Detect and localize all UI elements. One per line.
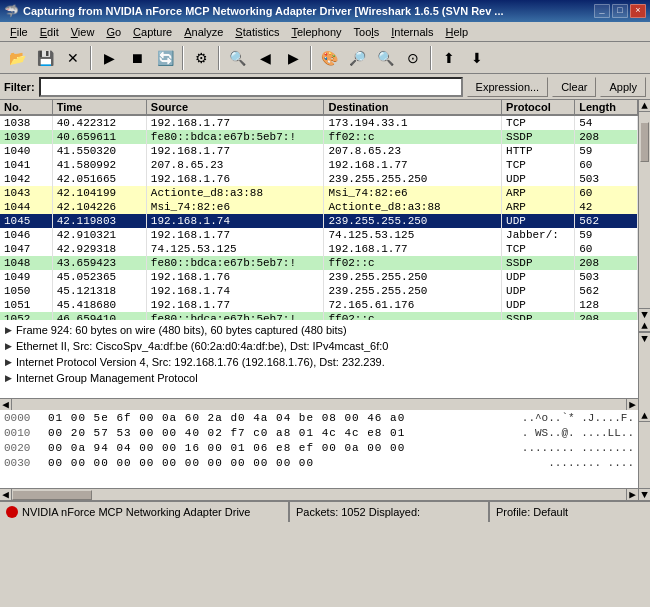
toolbar-sep4 (310, 46, 312, 70)
menu-capture[interactable]: Capture (127, 22, 178, 42)
filter-input[interactable] (39, 77, 463, 97)
vscroll-track[interactable] (639, 112, 650, 308)
hex-vscroll-track[interactable] (639, 422, 650, 488)
table-row[interactable]: 105246.659410fe80::bdca:e67b:5eb7:!ff02:… (0, 312, 638, 320)
col-header-proto[interactable]: Protocol (502, 100, 575, 115)
toolbar-start-capture[interactable]: ▶ (96, 45, 122, 71)
menu-analyze[interactable]: Analyze (178, 22, 229, 42)
toolbar-zoom-out[interactable]: 🔍 (372, 45, 398, 71)
expression-button[interactable]: Expression... (467, 77, 549, 97)
col-header-len[interactable]: Length (575, 100, 638, 115)
menu-help[interactable]: Help (439, 22, 474, 42)
toolbar-open[interactable]: 📂 (4, 45, 30, 71)
hex-hscroll[interactable]: ◀ ▶ (0, 488, 638, 500)
col-header-no[interactable]: No. (0, 100, 52, 115)
vscroll-down[interactable]: ▼ (639, 308, 650, 320)
hex-scroll-right[interactable]: ▶ (626, 489, 638, 501)
menu-edit[interactable]: Edit (34, 22, 65, 42)
toolbar-zoom-normal[interactable]: ⊙ (400, 45, 426, 71)
col-header-dst[interactable]: Destination (324, 100, 502, 115)
table-row[interactable]: 104945.052365192.168.1.76239.255.255.250… (0, 270, 638, 284)
table-row[interactable]: 103940.659611fe80::bdca:e67b:5eb7:!ff02:… (0, 130, 638, 144)
packet-table-header: No. Time Source Destination Protocol Len… (0, 100, 638, 115)
table-row[interactable]: 105045.121318192.168.1.74239.255.255.250… (0, 284, 638, 298)
toolbar-close[interactable]: ✕ (60, 45, 86, 71)
table-row[interactable]: 104843.659423fe80::bdca:e67b:5eb7:!ff02:… (0, 256, 638, 270)
expand-icon-2[interactable]: ▶ (2, 341, 14, 351)
toolbar: 📂 💾 ✕ ▶ ⏹ 🔄 ⚙ 🔍 ◀ ▶ 🎨 🔎 🔍 ⊙ ⬆ ⬇ (0, 42, 650, 74)
hex-scroll-left[interactable]: ◀ (0, 489, 12, 501)
expand-icon-3[interactable]: ▶ (2, 357, 14, 367)
menu-telephony[interactable]: Telephony (285, 22, 347, 42)
maximize-button[interactable]: □ (612, 4, 628, 18)
toolbar-prev[interactable]: ◀ (252, 45, 278, 71)
table-row[interactable]: 104442.104226Msi_74:82:e6Actionte_d8:a3:… (0, 200, 638, 214)
menu-tools[interactable]: Tools (348, 22, 386, 42)
detail-vscroll-down[interactable]: ▼ (639, 332, 650, 344)
table-row[interactable]: 104141.580992207.8.65.23192.168.1.77TCP6… (0, 158, 638, 172)
toolbar-save[interactable]: 💾 (32, 45, 58, 71)
menu-view[interactable]: View (65, 22, 101, 42)
menu-statistics[interactable]: Statistics (229, 22, 285, 42)
detail-line-1: ▶ Frame 924: 60 bytes on wire (480 bits)… (2, 322, 636, 338)
vscroll-up[interactable]: ▲ (639, 100, 650, 112)
table-row[interactable]: 104242.051665192.168.1.76239.255.255.250… (0, 172, 638, 186)
detail-text-2: Ethernet II, Src: CiscoSpv_4a:df:be (60:… (16, 340, 388, 352)
toolbar-up[interactable]: ⬆ (436, 45, 462, 71)
hex-ascii-2: . WS..@. ....LL.. (522, 427, 634, 442)
table-row[interactable]: 105145.418680192.168.1.7772.165.61.176UD… (0, 298, 638, 312)
hex-vscroll[interactable]: ▲ ▼ (638, 410, 650, 500)
detail-scroll-track[interactable] (12, 399, 626, 411)
packet-rows: 103840.422312192.168.1.77173.194.33.1TCP… (0, 115, 638, 320)
toolbar-sep3 (218, 46, 220, 70)
col-header-src[interactable]: Source (146, 100, 324, 115)
packet-table: No. Time Source Destination Protocol Len… (0, 100, 638, 320)
status-adapter: NVIDIA nForce MCP Networking Adapter Dri… (0, 502, 290, 522)
toolbar-colorize[interactable]: 🎨 (316, 45, 342, 71)
toolbar-next[interactable]: ▶ (280, 45, 306, 71)
detail-vscroll-up[interactable]: ▲ (639, 320, 650, 332)
clear-button[interactable]: Clear (552, 77, 596, 97)
menu-file[interactable]: File (4, 22, 34, 42)
vscroll-thumb[interactable] (640, 122, 649, 162)
toolbar-stop-capture[interactable]: ⏹ (124, 45, 150, 71)
hex-line-3: 0020 00 0a 94 04 00 00 16 00 01 06 e8 ef… (4, 442, 634, 457)
detail-vscroll[interactable]: ▲ ▼ (638, 320, 650, 410)
expand-icon-1[interactable]: ▶ (2, 325, 14, 335)
hex-line-1: 0000 01 00 5e 6f 00 0a 60 2a d0 4a 04 be… (4, 412, 634, 427)
adapter-text: NVIDIA nForce MCP Networking Adapter Dri… (22, 506, 250, 518)
detail-scroll-right[interactable]: ▶ (626, 399, 638, 411)
close-button[interactable]: × (630, 4, 646, 18)
packet-list-vscroll[interactable]: ▲ ▼ (638, 100, 650, 320)
title-bar-text: Capturing from NVIDIA nForce MCP Network… (23, 5, 504, 17)
col-header-time[interactable]: Time (52, 100, 146, 115)
hex-vscroll-up[interactable]: ▲ (639, 410, 650, 422)
hex-vscroll-down[interactable]: ▼ (639, 488, 650, 500)
table-row[interactable]: 104041.550320192.168.1.77207.8.65.23HTTP… (0, 144, 638, 158)
hex-ascii-3: ........ ........ (522, 442, 634, 457)
toolbar-down[interactable]: ⬇ (464, 45, 490, 71)
toolbar-restart[interactable]: 🔄 (152, 45, 178, 71)
toolbar-sep5 (430, 46, 432, 70)
hex-line-4: 0030 00 00 00 00 00 00 00 00 00 00 00 00… (4, 457, 634, 472)
expand-icon-4[interactable]: ▶ (2, 373, 14, 383)
apply-button[interactable]: Apply (600, 77, 646, 97)
table-row[interactable]: 103840.422312192.168.1.77173.194.33.1TCP… (0, 115, 638, 130)
table-row[interactable]: 104342.104199Actionte_d8:a3:88Msi_74:82:… (0, 186, 638, 200)
toolbar-options[interactable]: ⚙ (188, 45, 214, 71)
menu-go[interactable]: Go (100, 22, 127, 42)
capture-indicator (6, 506, 18, 518)
toolbar-zoom-in[interactable]: 🔎 (344, 45, 370, 71)
packet-detail-container: ▶ Frame 924: 60 bytes on wire (480 bits)… (0, 320, 650, 410)
table-row[interactable]: 104742.92931874.125.53.125192.168.1.77TC… (0, 242, 638, 256)
packet-detail: ▶ Frame 924: 60 bytes on wire (480 bits)… (0, 320, 638, 410)
hex-scroll-track[interactable] (12, 489, 626, 501)
toolbar-find[interactable]: 🔍 (224, 45, 250, 71)
menu-internals[interactable]: Internals (385, 22, 439, 42)
hex-scroll-thumb[interactable] (12, 490, 92, 500)
detail-scroll-left[interactable]: ◀ (0, 399, 12, 411)
detail-hscroll[interactable]: ◀ ▶ (0, 398, 638, 410)
table-row[interactable]: 104542.119803192.168.1.74239.255.255.250… (0, 214, 638, 228)
table-row[interactable]: 104642.910321192.168.1.7774.125.53.125Ja… (0, 228, 638, 242)
minimize-button[interactable]: _ (594, 4, 610, 18)
